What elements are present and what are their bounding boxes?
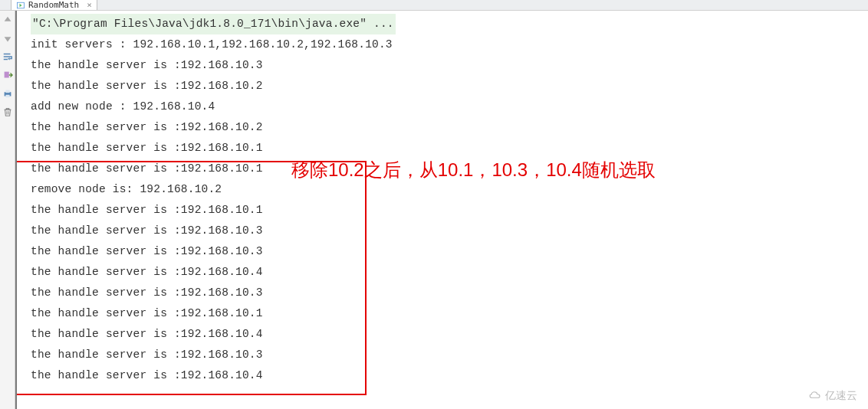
console-line: the handle server is :192.168.10.1 xyxy=(31,138,868,159)
console-gutter xyxy=(0,11,15,409)
annotation-text: 移除10.2之后，从10.1，10.3，10.4随机选取 xyxy=(291,158,656,182)
svg-rect-4 xyxy=(5,90,9,93)
svg-rect-2 xyxy=(4,72,8,78)
export-icon[interactable] xyxy=(2,69,14,81)
console-line: the handle server is :192.168.10.1 xyxy=(31,200,868,221)
print-icon[interactable] xyxy=(2,87,14,100)
svg-marker-1 xyxy=(20,3,22,7)
console-line: add new node : 192.168.10.4 xyxy=(31,97,868,117)
tab-title: RandomMath xyxy=(28,0,79,10)
main-area: "C:\Program Files\Java\jdk1.8.0_171\bin\… xyxy=(0,11,868,409)
wrap-icon[interactable] xyxy=(2,51,14,63)
trash-icon[interactable] xyxy=(2,106,14,118)
watermark-text: 亿速云 xyxy=(825,389,857,403)
console-area[interactable]: "C:\Program Files\Java\jdk1.8.0_171\bin\… xyxy=(15,11,868,409)
up-arrow-icon[interactable] xyxy=(2,14,14,26)
console-line: remove node is: 192.168.10.2 xyxy=(31,179,868,200)
cloud-icon xyxy=(808,389,822,403)
console-line: the handle server is :192.168.10.2 xyxy=(31,117,868,138)
console-line: the handle server is :192.168.10.1 xyxy=(31,303,868,324)
console-line: the handle server is :192.168.10.3 xyxy=(31,345,868,365)
console-line: the handle server is :192.168.10.2 xyxy=(31,76,868,97)
console-cmd-line: "C:\Program Files\Java\jdk1.8.0_171\bin\… xyxy=(31,14,396,34)
console-line: the handle server is :192.168.10.4 xyxy=(31,262,868,283)
tab-bar: RandomMath × xyxy=(0,0,868,11)
run-config-icon xyxy=(16,1,25,10)
console-line: the handle server is :192.168.10.3 xyxy=(31,221,868,241)
svg-rect-5 xyxy=(5,95,9,98)
console-line: the handle server is :192.168.10.3 xyxy=(31,283,868,303)
console-line: the handle server is :192.168.10.4 xyxy=(31,324,868,345)
console-line: the handle server is :192.168.10.3 xyxy=(31,241,868,262)
close-icon[interactable]: × xyxy=(87,0,92,10)
tab-randommath[interactable]: RandomMath × xyxy=(11,0,97,10)
watermark: 亿速云 xyxy=(808,389,857,403)
console-line: the handle server is :192.168.10.3 xyxy=(31,55,868,76)
down-arrow-icon[interactable] xyxy=(2,32,14,44)
console-line: init servers : 192.168.10.1,192.168.10.2… xyxy=(31,34,868,55)
console-output: "C:\Program Files\Java\jdk1.8.0_171\bin\… xyxy=(17,11,868,386)
console-line: the handle server is :192.168.10.4 xyxy=(31,365,868,386)
